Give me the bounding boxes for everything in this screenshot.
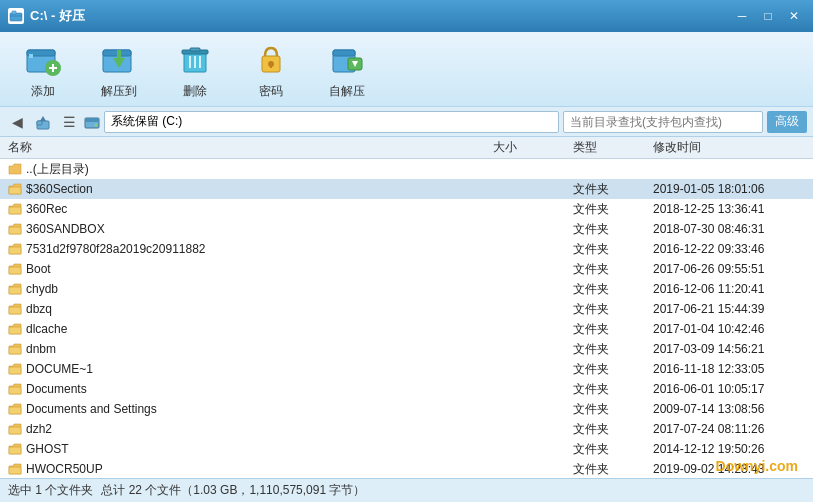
svg-rect-30 (85, 118, 99, 122)
col-name[interactable]: 名称 (4, 139, 489, 156)
col-type[interactable]: 类型 (569, 139, 649, 156)
file-name: DOCUME~1 (4, 362, 489, 376)
svg-rect-34 (9, 187, 21, 194)
file-date: 2017-03-09 14:56:21 (649, 342, 809, 356)
extract-button[interactable]: 解压到 (91, 35, 147, 104)
file-name: dlcache (4, 322, 489, 336)
file-type: 文件夹 (569, 401, 649, 418)
file-date: 2017-06-21 15:44:39 (649, 302, 809, 316)
table-row[interactable]: 360Rec 文件夹2018-12-25 13:36:41 (0, 199, 813, 219)
password-label: 密码 (259, 83, 283, 100)
svg-rect-0 (10, 13, 22, 21)
table-row[interactable]: ..(上层目录) (0, 159, 813, 179)
maximize-button[interactable]: □ (757, 7, 779, 25)
file-type: 文件夹 (569, 441, 649, 458)
file-type: 文件夹 (569, 321, 649, 338)
col-date[interactable]: 修改时间 (649, 139, 809, 156)
svg-marker-32 (9, 164, 21, 174)
close-button[interactable]: ✕ (783, 7, 805, 25)
drive-icon (84, 114, 100, 130)
delete-label: 删除 (183, 83, 207, 100)
file-date: 2018-07-30 08:46:31 (649, 222, 809, 236)
file-date: 2016-06-01 10:05:17 (649, 382, 809, 396)
file-type: 文件夹 (569, 301, 649, 318)
selfextract-button[interactable]: 自解压 (319, 35, 375, 104)
table-row[interactable]: Boot 文件夹2017-06-26 09:55:51 (0, 259, 813, 279)
folder-icon (8, 462, 22, 476)
file-type: 文件夹 (569, 261, 649, 278)
table-row[interactable]: dzh2 文件夹2017-07-24 08:11:26 (0, 419, 813, 439)
file-list-body[interactable]: ..(上层目录) $360Section 文件夹2019-01-05 18:01… (0, 159, 813, 478)
file-name: Documents (4, 382, 489, 396)
view-button[interactable]: ☰ (58, 111, 80, 133)
file-type: 文件夹 (569, 381, 649, 398)
file-name: 360SANDBOX (4, 222, 489, 236)
password-icon (251, 39, 291, 79)
file-name: dnbm (4, 342, 489, 356)
file-name: Documents and Settings (4, 402, 489, 416)
file-date: 2019-01-05 18:01:06 (649, 182, 809, 196)
table-row[interactable]: $360Section 文件夹2019-01-05 18:01:06 (0, 179, 813, 199)
back-button[interactable]: ◀ (6, 111, 28, 133)
svg-rect-42 (9, 267, 21, 274)
svg-rect-21 (270, 64, 272, 68)
file-type: 文件夹 (569, 241, 649, 258)
file-date: 2016-12-06 11:20:41 (649, 282, 809, 296)
file-date: 2019-09-02 14:23:43 (649, 462, 809, 476)
table-row[interactable]: Documents and Settings 文件夹2009-07-14 13:… (0, 399, 813, 419)
file-date: 2016-11-18 12:33:05 (649, 362, 809, 376)
add-label: 添加 (31, 83, 55, 100)
svg-rect-15 (190, 48, 200, 51)
svg-rect-23 (333, 50, 355, 56)
svg-rect-62 (9, 467, 21, 474)
file-date: 2017-06-26 09:55:51 (649, 262, 809, 276)
svg-rect-52 (9, 367, 21, 374)
app-icon (8, 8, 24, 24)
table-row[interactable]: dnbm 文件夹2017-03-09 14:56:21 (0, 339, 813, 359)
table-row[interactable]: dbzq 文件夹2017-06-21 15:44:39 (0, 299, 813, 319)
table-row[interactable]: DOCUME~1 文件夹2016-11-18 12:33:05 (0, 359, 813, 379)
table-row[interactable]: 7531d2f9780f28a2019c20911882 文件夹2016-12-… (0, 239, 813, 259)
file-type: 文件夹 (569, 181, 649, 198)
file-name: dzh2 (4, 422, 489, 436)
table-row[interactable]: 360SANDBOX 文件夹2018-07-30 08:46:31 (0, 219, 813, 239)
search-input[interactable] (563, 111, 763, 133)
table-row[interactable]: GHOST 文件夹2014-12-12 19:50:26 (0, 439, 813, 459)
delete-button[interactable]: 删除 (167, 35, 223, 104)
extract-label: 解压到 (101, 83, 137, 100)
file-name: HWOCR50UP (4, 462, 489, 476)
svg-marker-28 (40, 116, 46, 121)
file-date: 2016-12-22 09:33:46 (649, 242, 809, 256)
svg-rect-46 (9, 307, 21, 314)
svg-rect-58 (9, 427, 21, 434)
svg-rect-44 (9, 287, 21, 294)
advanced-button[interactable]: 高级 (767, 111, 807, 133)
svg-rect-27 (37, 121, 42, 125)
table-row[interactable]: chydb 文件夹2016-12-06 11:20:41 (0, 279, 813, 299)
path-input[interactable] (104, 111, 559, 133)
table-row[interactable]: dlcache 文件夹2017-01-04 10:42:46 (0, 319, 813, 339)
minimize-button[interactable]: ─ (731, 7, 753, 25)
file-name: 7531d2f9780f28a2019c20911882 (4, 242, 489, 256)
folder-icon (8, 442, 22, 456)
file-type: 文件夹 (569, 461, 649, 478)
up-button[interactable] (32, 111, 54, 133)
file-name: chydb (4, 282, 489, 296)
svg-point-31 (95, 123, 98, 126)
folder-icon (8, 262, 22, 276)
file-list-header: 名称 大小 类型 修改时间 (0, 137, 813, 159)
add-button[interactable]: 添加 (15, 35, 71, 104)
file-name: Boot (4, 262, 489, 276)
toolbar: 添加 解压到 删除 (0, 32, 813, 107)
address-bar: ◀ ☰ 高级 (0, 107, 813, 137)
folder-icon (8, 402, 22, 416)
folder-icon (8, 382, 22, 396)
folder-icon (8, 182, 22, 196)
table-row[interactable]: Documents 文件夹2016-06-01 10:05:17 (0, 379, 813, 399)
svg-rect-48 (9, 327, 21, 334)
password-button[interactable]: 密码 (243, 35, 299, 104)
table-row[interactable]: HWOCR50UP 文件夹2019-09-02 14:23:43 (0, 459, 813, 478)
svg-rect-5 (29, 54, 33, 58)
col-size[interactable]: 大小 (489, 139, 569, 156)
folder-icon (8, 322, 22, 336)
